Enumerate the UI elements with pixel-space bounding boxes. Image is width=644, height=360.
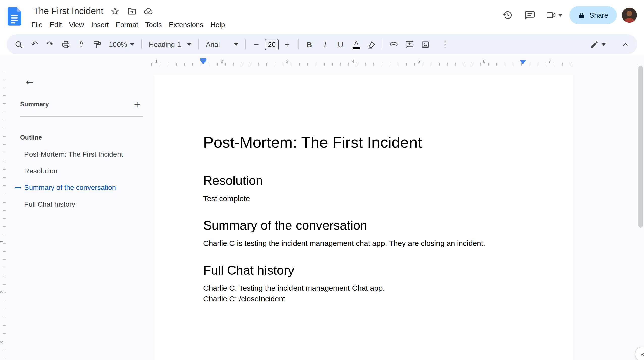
spellcheck-button[interactable]: A ✓ — [74, 37, 89, 51]
menu-item-format[interactable]: Format — [112, 18, 142, 31]
text-color-button[interactable]: A — [349, 37, 364, 51]
vertical-scrollbar-thumb[interactable] — [638, 66, 643, 228]
toolbar-divider — [383, 39, 383, 49]
history-clock-icon — [502, 10, 513, 21]
menu-item-help[interactable]: Help — [207, 18, 229, 31]
ruler-number: 6 — [482, 59, 486, 64]
ruler-number: 7 — [547, 59, 552, 64]
redo-button[interactable]: ↷ — [43, 37, 57, 51]
print-button[interactable] — [58, 37, 73, 51]
zoom-value: 100% — [109, 40, 127, 48]
chevron-down-icon — [558, 14, 562, 16]
cloud-saved-icon — [143, 6, 153, 16]
outline-item[interactable]: Resolution — [14, 163, 155, 179]
toolbar-divider — [245, 39, 246, 49]
chevron-up-icon — [621, 40, 630, 49]
chevron-down-icon — [187, 43, 191, 46]
font-size-increase-button[interactable]: + — [280, 37, 295, 51]
font-size-input[interactable] — [265, 39, 279, 50]
doc-section-heading[interactable]: Summary of the conversation — [203, 217, 524, 233]
summary-heading: Summary — [20, 101, 49, 108]
toolbar-divider — [198, 39, 199, 49]
doc-paragraph[interactable]: Charlie C: Testing the incident manageme… — [203, 283, 524, 293]
add-comment-button[interactable] — [402, 37, 417, 51]
doc-paragraph[interactable]: Charlie C: /closeIncident — [203, 293, 524, 304]
outline-item[interactable]: Full Chat history — [14, 196, 155, 213]
menu-item-insert[interactable]: Insert — [88, 18, 112, 31]
menu-item-view[interactable]: View — [65, 18, 87, 31]
font-select[interactable]: Arial — [202, 37, 242, 51]
doc-section-heading[interactable]: Resolution — [203, 172, 524, 188]
more-options-button[interactable]: ⋮ — [438, 37, 452, 51]
lock-icon — [578, 11, 585, 19]
version-history-button[interactable] — [499, 7, 516, 24]
open-comments-button[interactable] — [521, 7, 538, 24]
menu-item-file[interactable]: File — [28, 18, 46, 31]
chevron-down-icon — [234, 43, 238, 46]
panel-divider — [20, 116, 143, 117]
document-status-button[interactable] — [143, 6, 153, 16]
italic-button[interactable]: I — [318, 37, 332, 51]
vertical-ruler: 1 2 3 4 — [0, 71, 7, 360]
menu-item-extensions[interactable]: Extensions — [165, 18, 207, 31]
left-indent-marker[interactable] — [200, 58, 206, 64]
back-button[interactable]: ← — [21, 74, 38, 91]
zoom-select[interactable]: 100% — [105, 37, 138, 51]
doc-paragraph[interactable]: Test complete — [203, 193, 524, 204]
search-menus-button[interactable] — [12, 37, 26, 51]
star-button[interactable] — [110, 6, 120, 16]
text-color-icon: A — [353, 40, 360, 49]
outline-item[interactable]: Summary of the conversation — [14, 179, 155, 196]
right-indent-marker[interactable] — [520, 60, 526, 64]
image-icon — [421, 40, 430, 49]
add-comment-icon — [405, 40, 415, 49]
pencil-icon — [590, 40, 599, 49]
paint-format-button[interactable] — [90, 37, 104, 51]
toolbar-divider — [141, 39, 142, 49]
first-line-indent-marker[interactable] — [200, 58, 206, 60]
doc-section-heading[interactable]: Full Chat history — [203, 262, 524, 278]
ruler-number: 4 — [351, 59, 355, 64]
move-button[interactable] — [127, 6, 137, 16]
link-icon — [389, 39, 399, 49]
bold-button[interactable]: B — [302, 37, 317, 51]
search-icon — [14, 40, 24, 49]
document-title[interactable]: The First Incident — [33, 6, 103, 16]
menu-bar: File Edit View Insert Format Tools Exten… — [28, 18, 228, 31]
paint-roller-icon — [92, 40, 102, 49]
document-page[interactable]: Post-Mortem: The First Incident Resoluti… — [154, 75, 573, 360]
ruler-number: 2 — [0, 290, 5, 294]
toolbar-divider — [298, 39, 299, 49]
undo-button[interactable]: ↶ — [27, 37, 42, 51]
share-button[interactable]: Share — [569, 6, 617, 24]
ruler-number: 2 — [220, 59, 224, 64]
highlight-color-button[interactable] — [365, 37, 379, 51]
folder-move-icon — [127, 6, 136, 16]
hide-menus-button[interactable] — [618, 37, 632, 51]
outline-item[interactable]: Post-Mortem: The First Incident — [14, 146, 155, 163]
outline-heading: Outline — [20, 134, 42, 141]
video-call-button[interactable] — [543, 10, 564, 21]
font-size-decrease-button[interactable]: − — [249, 37, 264, 51]
doc-title-heading[interactable]: Post-Mortem: The First Incident — [203, 133, 524, 153]
ruler-number: 3 — [0, 341, 5, 344]
doc-paragraph[interactable]: Charlie C is testing the incident manage… — [203, 238, 524, 248]
ruler-number: 3 — [285, 59, 290, 64]
ruler-ticks — [151, 63, 577, 66]
add-summary-button[interactable]: + — [131, 98, 143, 110]
video-camera-icon — [545, 10, 557, 21]
star-icon — [110, 7, 120, 16]
ruler-number: 1 — [0, 240, 5, 243]
google-docs-logo-icon[interactable] — [8, 7, 21, 26]
styles-select[interactable]: Heading 1 — [145, 37, 195, 51]
menu-item-tools[interactable]: Tools — [142, 18, 165, 31]
chevron-down-icon — [602, 43, 606, 46]
insert-image-button[interactable] — [418, 37, 433, 51]
horizontal-ruler[interactable]: 1 2 3 4 5 6 7 — [0, 57, 644, 67]
underline-button[interactable]: U — [333, 37, 348, 51]
editing-mode-button[interactable] — [587, 40, 609, 49]
menu-item-edit[interactable]: Edit — [46, 18, 65, 31]
avatar[interactable] — [622, 8, 637, 23]
insert-link-button[interactable] — [387, 37, 401, 51]
share-label: Share — [589, 11, 608, 19]
